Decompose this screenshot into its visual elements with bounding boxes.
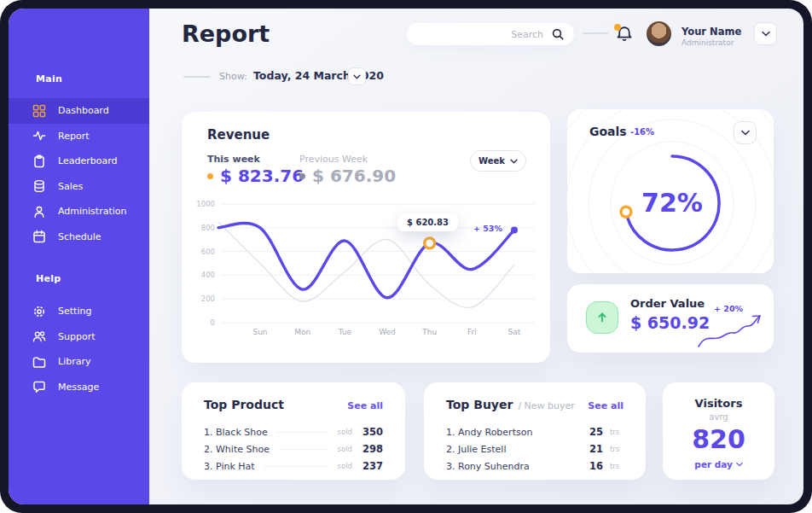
goals-card: Goals -16% 72% — [567, 109, 774, 273]
svg-text:400: 400 — [201, 271, 215, 279]
product-value: 298 — [361, 443, 383, 455]
list-item[interactable]: 3. Pink Hat sold 237 — [204, 458, 383, 475]
buyer-value: 16 — [581, 460, 603, 472]
sidebar-item-label: Schedule — [58, 231, 102, 242]
list-item[interactable]: 1. Black Shoe sold 350 — [204, 423, 383, 440]
revenue-line-chart: 10008006004002000SunMonTueWedThuFriSat — [192, 195, 542, 342]
row-divider — [278, 449, 329, 450]
sidebar-item-library[interactable]: Library — [9, 349, 149, 375]
sidebar-item-support[interactable]: Support — [9, 324, 149, 350]
sidebar-item-label: Administration — [58, 206, 127, 217]
unit-label: sold — [338, 428, 352, 436]
unit-label: sold — [338, 462, 352, 470]
top-buyer-card: Top Buyer / New buyer See all 1. Andy Ro… — [424, 382, 646, 480]
sidebar-item-setting[interactable]: Setting — [9, 299, 149, 324]
search-bar — [407, 23, 574, 45]
row-divider — [264, 466, 329, 467]
list-item[interactable]: 2. White Shoe sold 298 — [204, 440, 383, 458]
product-name: 3. Pink Hat — [204, 461, 255, 472]
sidebar-section-help: Help — [36, 273, 61, 284]
sidebar-item-schedule[interactable]: Schedule — [9, 224, 149, 250]
product-name: 2. White Shoe — [204, 444, 270, 455]
gear-icon — [32, 305, 46, 318]
dashboard-grid-icon — [32, 104, 46, 118]
sidebar-item-message[interactable]: Message — [9, 375, 149, 400]
show-divider — [183, 76, 211, 78]
sidebar-item-label: Dashboard — [58, 105, 109, 116]
search-input[interactable] — [407, 23, 574, 45]
prev-week-value: $ 676.90 — [299, 166, 396, 186]
user-menu-button[interactable] — [754, 22, 777, 45]
sidebar-item-administration[interactable]: Administration — [9, 199, 149, 224]
avatar[interactable] — [647, 21, 671, 46]
gray-dot — [299, 173, 305, 179]
notification-dot — [614, 24, 621, 31]
folder-icon — [32, 355, 46, 369]
app-window: Main Dashboard Report Leaderboard — [9, 9, 803, 504]
top-product-title: Top Product — [204, 398, 284, 411]
list-item[interactable]: 2. Julie Estell 21 trs — [446, 440, 624, 458]
range-select-button[interactable]: Week — [470, 150, 526, 172]
user-icon — [32, 205, 46, 219]
top-product-list: 1. Black Shoe sold 350 2. White Shoe sol… — [204, 423, 383, 475]
visitors-card: Visitors avrg 820 per day — [663, 382, 774, 480]
sidebar-item-label: Leaderboard — [58, 155, 117, 166]
top-buyer-list: 1. Andy Robertson 25 trs 2. Julie Estell… — [446, 423, 624, 475]
svg-text:0: 0 — [211, 318, 215, 327]
list-item[interactable]: 1. Andy Robertson 25 trs — [446, 423, 624, 440]
top-buyer-title: Top Buyer — [446, 398, 513, 411]
svg-text:Tue: Tue — [338, 328, 352, 336]
goals-menu-button[interactable] — [734, 121, 757, 144]
revenue-card: Revenue This week $ 823.76 Previous Week… — [182, 112, 550, 363]
users-icon — [32, 329, 46, 343]
user-name: Your Name — [682, 26, 741, 38]
calendar-icon — [32, 230, 46, 243]
unit-label: trs — [610, 462, 624, 470]
buyer-name: 1. Andy Robertson — [446, 427, 581, 438]
visitors-value: 820 — [663, 424, 774, 454]
chevron-down-icon — [741, 130, 750, 136]
order-value-card: Order Value $ 650.92 + 20% — [567, 284, 774, 353]
sidebar-item-sales[interactable]: Sales — [9, 174, 149, 200]
svg-text:Fri: Fri — [467, 328, 477, 336]
chart-delta-label: + 53% — [455, 224, 502, 233]
notification-bell-icon[interactable] — [616, 25, 633, 43]
row-divider — [276, 432, 329, 433]
header-divider — [583, 32, 608, 34]
chat-icon — [32, 380, 46, 393]
top-product-see-all[interactable]: See all — [347, 400, 383, 411]
order-value-title: Order Value — [630, 297, 705, 310]
sidebar-main-list: Dashboard Report Leaderboard Sales — [9, 98, 149, 249]
top-product-header: Top Product See all — [204, 398, 383, 411]
date-filter-button[interactable] — [348, 67, 366, 85]
database-icon — [32, 179, 46, 193]
app-frame: Main Dashboard Report Leaderboard — [0, 0, 812, 513]
top-buyer-see-all[interactable]: See all — [588, 400, 624, 411]
visitors-title: Visitors — [663, 397, 774, 410]
sidebar-item-report[interactable]: Report — [9, 124, 149, 149]
visitors-per-day[interactable]: per day — [663, 459, 774, 469]
show-label: Show: — [219, 71, 247, 82]
chevron-down-icon — [736, 462, 743, 467]
buyer-name: 3. Rony Suhendra — [446, 461, 581, 472]
sidebar-item-leaderboard[interactable]: Leaderboard — [9, 149, 149, 174]
chevron-down-icon — [353, 74, 361, 79]
top-product-card: Top Product See all 1. Black Shoe sold 3… — [182, 382, 405, 480]
svg-text:Mon: Mon — [294, 328, 310, 336]
sidebar-section-main: Main — [36, 73, 62, 85]
goals-title: Goals — [589, 125, 627, 138]
sidebar-item-dashboard[interactable]: Dashboard — [9, 98, 149, 124]
product-value: 350 — [361, 426, 383, 438]
product-name: 1. Black Shoe — [204, 427, 268, 438]
product-value: 237 — [361, 460, 383, 472]
sidebar-item-label: Report — [58, 131, 89, 142]
list-item[interactable]: 3. Rony Suhendra 16 trs — [446, 458, 624, 475]
clipboard-icon — [32, 154, 46, 168]
this-week-label: This week — [207, 154, 260, 165]
prev-week-label: Previous Week — [299, 154, 368, 165]
sidebar: Main Dashboard Report Leaderboard — [9, 9, 149, 504]
search-icon[interactable] — [551, 27, 565, 41]
activity-icon — [32, 129, 46, 143]
svg-text:200: 200 — [201, 294, 215, 303]
chevron-down-icon — [762, 31, 770, 37]
